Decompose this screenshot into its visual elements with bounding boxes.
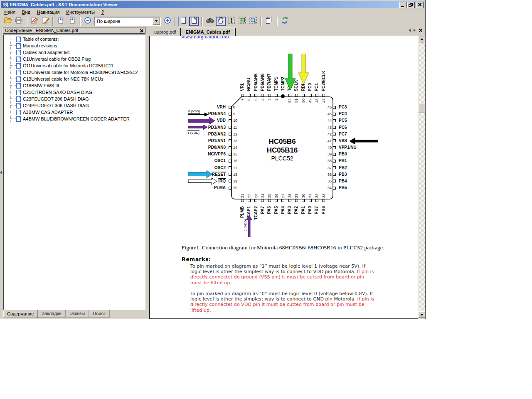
prev-tab-button[interactable] <box>409 29 411 32</box>
scroll-up-button[interactable] <box>418 36 425 42</box>
sidebar-title: Содержание - ENIGMA_Cables.pdf <box>5 28 78 33</box>
collapse-arrow-icon <box>0 171 2 174</box>
toc-item[interactable]: Manual revisions <box>3 42 145 49</box>
pin-square <box>261 199 264 202</box>
menu-item-0[interactable]: Файл <box>1 9 19 15</box>
menu-item-4[interactable]: ? <box>98 9 107 15</box>
scrollbar-thumb[interactable] <box>418 104 425 113</box>
document-tab-0[interactable]: uuprog.pdf <box>150 28 180 36</box>
title-bar[interactable]: ENIGMA_Cables.pdf - S&T Documentation Vi… <box>1 1 424 8</box>
minimize-button[interactable] <box>399 2 407 8</box>
sidebar-tab-0[interactable]: Содержание <box>3 310 38 318</box>
open-button[interactable] <box>3 17 13 26</box>
menu-item-1[interactable]: Вид <box>19 9 34 15</box>
zoom-out-button[interactable] <box>83 17 93 26</box>
toolbar-separator <box>175 17 176 26</box>
pin-number: 33 <box>322 194 326 198</box>
page-back-button[interactable] <box>56 17 66 26</box>
pin-label: PA2 <box>294 206 298 214</box>
pin-label: PB6 <box>321 206 326 214</box>
pin-number: 40 <box>322 145 332 150</box>
toc-item[interactable]: C18BMW EWS III <box>3 82 145 89</box>
toc-item[interactable]: A3BMW CAS ADAPTER <box>3 109 145 116</box>
tree-connector <box>10 92 16 93</box>
pin-square <box>315 94 318 97</box>
pin-label: PA3 <box>287 206 292 214</box>
toc-item-label: C11Universal cable for Motorola HC05/HC1… <box>23 63 113 68</box>
toolbar: По ширине <box>1 16 424 27</box>
toc-item[interactable]: C1Universal cable for OBD2 Plug <box>3 56 145 62</box>
copy-button[interactable] <box>264 17 274 26</box>
document-page-icon <box>16 43 21 49</box>
select-text-button[interactable] <box>227 17 236 26</box>
sidebar-close-button[interactable] <box>139 28 144 33</box>
pin-label: PC4 <box>339 111 347 116</box>
toc-item[interactable]: C11Universal cable for Motorola HC05/HC1… <box>3 62 145 69</box>
toc-item[interactable]: C13Universal cable for NEC 78K MCUs <box>3 76 145 82</box>
menu-item-2[interactable]: Навигация <box>34 9 63 15</box>
arrow-label-vss0: 0 (VSS) <box>188 109 200 114</box>
hand-tool-button[interactable] <box>216 17 226 26</box>
close-icon <box>418 3 421 6</box>
pin-square <box>322 199 325 202</box>
restore-button[interactable] <box>407 2 415 8</box>
sidebar-collapse-handle[interactable] <box>0 166 2 179</box>
annotate-2-button[interactable] <box>40 17 50 26</box>
page-forward-button[interactable] <box>67 17 77 26</box>
toc-item[interactable]: C24PEUGEOT 306 DASH DIAG <box>3 102 145 109</box>
menu-item-3[interactable]: Инструменты <box>63 9 98 15</box>
arrow-pd3 <box>188 125 207 130</box>
pin-label: PB0 <box>339 152 347 157</box>
toc-item[interactable]: C23PEUGEOT 206 DASH DIAG <box>3 96 145 102</box>
find-button[interactable] <box>205 17 215 26</box>
close-button[interactable] <box>416 2 424 8</box>
pin-square <box>309 199 312 202</box>
pin-label: PB4 <box>339 179 347 184</box>
select-image-button[interactable] <box>237 17 247 26</box>
toc-item[interactable]: C12Universal cable for Motorola HC908/HC… <box>3 69 145 76</box>
minimize-icon <box>401 6 404 7</box>
pin-number: 28 <box>288 194 292 198</box>
pin-label: PA1 <box>301 206 305 214</box>
toc-item[interactable]: Table of contents: <box>3 36 145 42</box>
pin-number: 8 <box>233 105 235 109</box>
annotate-2-icon <box>42 17 49 26</box>
annotate-button[interactable] <box>30 17 39 26</box>
pin-number: 18 <box>233 172 237 177</box>
document-viewport[interactable]: www.enigmatool.com HC05B6 HC05B16 PLCC52… <box>149 36 418 319</box>
sidebar-tab-3[interactable]: Поиск <box>89 310 109 318</box>
pin-label: NC/VPP6 <box>175 152 226 157</box>
print-button[interactable] <box>14 17 24 26</box>
next-tab-button[interactable] <box>414 29 416 32</box>
pin-label: VRL <box>240 83 244 91</box>
tree-connector <box>10 105 16 106</box>
refresh-button[interactable] <box>280 17 290 26</box>
scroll-down-button[interactable] <box>418 311 425 318</box>
dropdown-arrow-button[interactable] <box>153 17 160 25</box>
zoom-rect-button[interactable] <box>248 17 258 26</box>
chip-package: PLCC52 <box>241 155 324 163</box>
sidebar-tab-1[interactable]: Закладки <box>38 310 66 318</box>
continuous-pages-button[interactable] <box>189 17 199 26</box>
toc-item[interactable]: Cables and adapter list <box>3 49 145 56</box>
close-tab-button[interactable] <box>419 29 422 32</box>
document-tabs: uuprog.pdfENIGMA_Cables.pdf <box>147 27 425 36</box>
pin-square <box>241 199 244 202</box>
zoom-in-button[interactable] <box>163 17 172 26</box>
pin-number: 14 <box>233 145 237 150</box>
sidebar-tab-2[interactable]: Эскизы <box>66 310 89 318</box>
fit-mode-dropdown[interactable]: По ширине <box>94 17 161 26</box>
pin-number: 10 <box>233 118 237 123</box>
vertical-scrollbar[interactable] <box>418 36 425 318</box>
pin-number: 23 <box>254 194 258 198</box>
arrow-vss <box>350 138 378 144</box>
pin-label: VPP1/NU <box>339 145 357 150</box>
pin-label: PLMA <box>175 185 226 190</box>
document-tab-1[interactable]: ENIGMA_Cables.pdf <box>180 28 236 36</box>
tree-connector <box>10 79 16 79</box>
toc-item[interactable]: C21CITROEN SAXO DASH DIAG <box>3 89 145 96</box>
toc-item[interactable]: A4BMW BLUE/BROWN/GREEN CODER ADAPTER <box>3 116 145 122</box>
pin-label: PA4 <box>281 206 285 214</box>
pin-square <box>229 160 232 163</box>
single-page-button[interactable] <box>178 17 188 26</box>
